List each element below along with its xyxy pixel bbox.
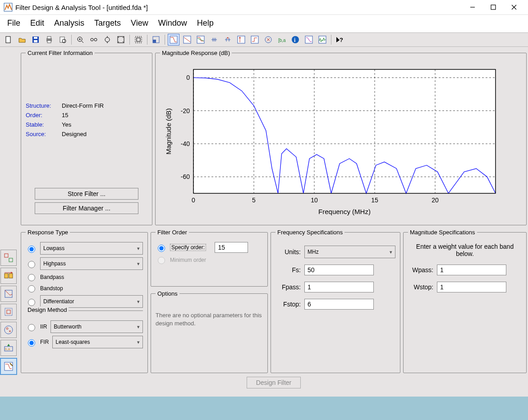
radio-bandpass[interactable] — [28, 274, 35, 281]
step-resp-icon[interactable] — [249, 34, 261, 46]
coefficients-icon[interactable]: [b,a] — [276, 34, 288, 46]
group-delay-icon[interactable] — [208, 34, 220, 46]
radio-specify-order[interactable] — [158, 245, 165, 252]
filter-order-panel: Filter Order Specify order: Minimum orde… — [151, 229, 268, 287]
svg-text:[b,a]: [b,a] — [278, 38, 286, 43]
menu-edit[interactable]: Edit — [30, 18, 44, 28]
filter-specs-icon[interactable] — [150, 34, 162, 46]
svg-rect-2 — [491, 5, 496, 9]
window-controls — [462, 0, 524, 14]
iir-dropdown[interactable]: Butterworth▾ — [51, 320, 143, 333]
radio-differentiator[interactable] — [28, 299, 35, 306]
plot-legend: Magnitude Response (dB) — [160, 50, 232, 56]
svg-point-31 — [227, 37, 229, 39]
menu-view[interactable]: View — [131, 18, 148, 28]
svg-text:Magnitude (dB): Magnitude (dB) — [165, 108, 172, 155]
radio-fir[interactable] — [28, 339, 35, 347]
print-icon[interactable] — [43, 34, 55, 46]
new-icon[interactable] — [3, 34, 14, 46]
chevron-down-icon: ▾ — [137, 324, 140, 330]
svg-rect-27 — [153, 40, 156, 43]
mag-phase-icon[interactable] — [195, 34, 207, 46]
fir-label: FIR — [40, 339, 49, 345]
svg-point-53 — [5, 326, 13, 334]
save-icon[interactable] — [30, 34, 41, 46]
svg-point-54 — [6, 328, 8, 329]
zoom-in-icon[interactable] — [74, 34, 86, 46]
wstop-input[interactable] — [437, 282, 506, 292]
svg-rect-32 — [238, 36, 245, 43]
svg-text:Frequency (MHz): Frequency (MHz) — [318, 208, 371, 215]
rail-quantize-icon[interactable] — [0, 286, 17, 302]
filter-manager-button[interactable]: Filter Manager ... — [35, 202, 138, 214]
rail-polezero-icon[interactable] — [0, 322, 17, 338]
menu-file[interactable]: File — [7, 18, 20, 28]
menu-help[interactable]: Help — [197, 18, 214, 28]
wpass-input[interactable] — [437, 265, 506, 275]
impulse-resp-icon[interactable] — [235, 34, 247, 46]
radio-bandstop[interactable] — [28, 285, 35, 292]
menu-window[interactable]: Window — [158, 18, 187, 28]
radio-lowpass[interactable] — [28, 246, 35, 253]
magnitude-response-chart: 051015200-20-40-60Frequency (MHz)Magnitu… — [160, 60, 522, 223]
svg-point-20 — [105, 37, 110, 42]
titlebar: Filter Design & Analysis Tool - [untitle… — [0, 0, 528, 15]
order-input[interactable] — [215, 242, 248, 253]
differentiator-dropdown[interactable]: Differentiator▾ — [40, 295, 143, 308]
minimize-button[interactable] — [462, 0, 483, 14]
zoom-fit-icon[interactable] — [115, 34, 127, 46]
design-filter-button[interactable]: Design Filter — [247, 377, 301, 388]
full-view-icon[interactable] — [133, 34, 144, 46]
magnitude-resp-icon[interactable] — [168, 34, 179, 46]
rail-transform-icon[interactable] — [0, 268, 17, 284]
rail-realize-icon[interactable] — [0, 250, 17, 266]
svg-text:20: 20 — [432, 196, 439, 204]
menu-targets[interactable]: Targets — [94, 18, 121, 28]
zoom-y-icon[interactable] — [101, 34, 113, 46]
zoom-x-icon[interactable] — [88, 34, 100, 46]
left-tool-rail: b,a — [0, 47, 17, 397]
frequency-spec-panel: Frequency Specifications Units:MHz▾ Fs: … — [271, 229, 400, 373]
bandpass-label: Bandpass — [40, 274, 64, 280]
chevron-down-icon: ▾ — [137, 299, 140, 305]
phase-delay-icon[interactable] — [222, 34, 234, 46]
highpass-dropdown[interactable]: Highpass▾ — [40, 257, 143, 270]
fir-dropdown[interactable]: Least-squares▾ — [52, 336, 143, 348]
cfi-source-label: Source: — [26, 131, 62, 137]
svg-text:5: 5 — [252, 196, 256, 204]
print-preview-icon[interactable] — [57, 34, 69, 46]
store-filter-button[interactable]: Store Filter ... — [35, 188, 138, 200]
close-button[interactable] — [504, 0, 524, 14]
noise-icon[interactable] — [317, 34, 328, 46]
lowpass-dropdown[interactable]: Lowpass▾ — [40, 242, 143, 255]
fs-input[interactable] — [304, 265, 374, 275]
svg-text:0: 0 — [192, 196, 195, 204]
fstop-input[interactable] — [304, 299, 374, 310]
cfi-legend: Current Filter Information — [26, 50, 95, 56]
mag-spec-legend: Magnitude Specifications — [408, 229, 477, 236]
svg-rect-25 — [137, 38, 140, 41]
rail-design-icon[interactable] — [0, 358, 17, 375]
svg-rect-59 — [193, 69, 496, 193]
svg-rect-5 — [6, 37, 10, 43]
context-help-icon[interactable]: ? — [334, 34, 346, 46]
phase-resp-icon[interactable] — [181, 34, 193, 46]
toolbar: [b,a] i ? — [0, 32, 528, 47]
radio-iir[interactable] — [28, 324, 35, 331]
options-legend: Options — [156, 290, 179, 297]
units-value: MHz — [308, 249, 319, 255]
maximize-button[interactable] — [483, 0, 504, 14]
cfi-order-label: Order: — [26, 112, 62, 119]
fpass-input[interactable] — [304, 282, 374, 292]
polezero-icon[interactable] — [262, 34, 274, 46]
units-dropdown[interactable]: MHz▾ — [304, 246, 395, 258]
open-icon[interactable] — [16, 34, 28, 46]
rail-multirate-icon[interactable] — [0, 304, 17, 320]
magnitude-est-icon[interactable] — [303, 34, 315, 46]
wstop-label: Wstop: — [408, 283, 433, 291]
radio-highpass[interactable] — [28, 261, 35, 268]
info-icon[interactable]: i — [289, 34, 301, 46]
menu-analysis[interactable]: Analysis — [54, 18, 84, 28]
rail-import-icon[interactable]: b,a — [0, 340, 17, 356]
svg-rect-24 — [135, 37, 142, 43]
